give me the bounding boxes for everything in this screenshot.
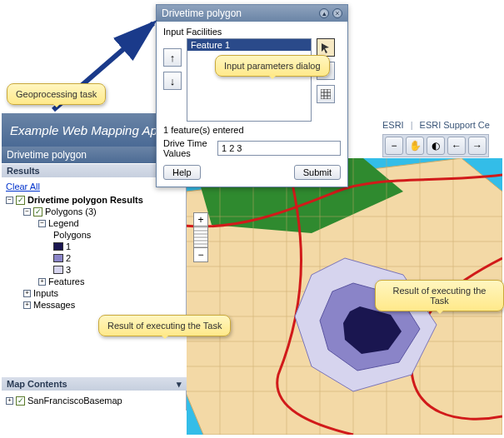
results-root: Drivetime polygon Results (27, 195, 143, 205)
feature-list-item[interactable]: Feature 1 (187, 39, 311, 51)
checkbox-checked-icon[interactable]: ✓ (33, 207, 42, 217)
collapse-icon[interactable]: − (6, 197, 13, 204)
esri-support-link[interactable]: ESRI Support Ce (420, 120, 490, 130)
legend-sub: Polygons (53, 230, 91, 240)
checkbox-checked-icon[interactable]: ✓ (16, 196, 25, 205)
close-icon[interactable]: × (332, 8, 342, 18)
collapse-icon[interactable]: − (23, 208, 31, 216)
zoom-out-button[interactable]: − (194, 248, 207, 261)
callout-result-left: Result of executing the Task (98, 315, 231, 336)
input-facilities-label: Input Facilities (163, 27, 341, 37)
zoom-control: + − (193, 212, 208, 262)
move-up-button[interactable]: ↑ (163, 48, 182, 67)
map-contents-header[interactable]: Map Contents ▾ (2, 376, 187, 391)
feature-listbox[interactable]: Feature 1 (187, 38, 312, 122)
pan-tool-button[interactable]: ✋ (406, 137, 424, 155)
move-down-button[interactable]: ↓ (163, 72, 182, 90)
legend-label-3: 3 (66, 265, 71, 275)
zoom-in-button[interactable]: + (194, 213, 207, 226)
chevron-down-icon: ▾ (177, 379, 182, 390)
expand-icon[interactable]: + (38, 278, 46, 286)
feature-properties-button[interactable] (317, 85, 335, 103)
drive-time-input[interactable] (217, 141, 341, 156)
help-button[interactable]: Help (163, 165, 201, 180)
results-tree: Clear All − ✓ Drivetime polygon Results … (2, 177, 187, 317)
features-node[interactable]: Features (48, 276, 84, 286)
basemap-layer[interactable]: SanFranciscoBasemap (27, 396, 122, 406)
task-dialog: Drivetime polygon ▴ × Input Facilities ↑… (156, 4, 348, 187)
dialog-titlebar[interactable]: Drivetime polygon ▴ × (157, 5, 347, 22)
legend-label-1: 1 (66, 241, 71, 251)
app-title: Example Web Mapping App (10, 123, 164, 137)
checkbox-checked-icon[interactable]: ✓ (16, 396, 25, 406)
features-entered-text: 1 feature(s) entered (163, 125, 341, 135)
messages-node[interactable]: Messages (33, 300, 75, 310)
expand-icon[interactable]: + (23, 290, 31, 297)
legend-swatch-3 (53, 266, 63, 274)
legend-label-2: 2 (66, 253, 71, 263)
svg-rect-4 (321, 89, 331, 99)
dialog-title-text: Drivetime polygon (162, 7, 242, 19)
map-toolbar: − ✋ ◐ ← → (382, 134, 489, 157)
next-extent-button[interactable]: → (468, 137, 487, 155)
expand-icon[interactable]: + (6, 397, 13, 405)
drive-time-label: Drive Time Values (163, 138, 212, 158)
inputs-node[interactable]: Inputs (33, 288, 58, 298)
legend-swatch-1 (53, 242, 63, 251)
expand-icon[interactable]: + (23, 301, 31, 309)
callout-params: Input parameters dialog (215, 55, 330, 77)
clear-all-link[interactable]: Clear All (6, 182, 40, 192)
flag-pointer-icon (320, 42, 332, 53)
submit-button[interactable]: Submit (294, 165, 341, 180)
zoom-slider[interactable] (194, 226, 207, 248)
full-extent-button[interactable]: ◐ (427, 137, 445, 155)
esri-link[interactable]: ESRI (382, 120, 404, 130)
legend-swatch-2 (53, 254, 63, 262)
grid-icon (321, 89, 331, 99)
map-contents-panel: Map Contents ▾ + ✓ SanFranciscoBasemap (2, 376, 187, 411)
prev-extent-button[interactable]: ← (447, 137, 466, 155)
minimize-icon[interactable]: ▴ (319, 8, 329, 18)
top-links: ESRI | ESRI Support Ce (382, 120, 490, 130)
collapse-icon[interactable]: − (38, 220, 46, 227)
polygons-node[interactable]: Polygons (3) (45, 207, 97, 217)
zoom-tool-button[interactable]: − (385, 137, 403, 155)
add-point-tool[interactable] (317, 38, 335, 57)
callout-geoprocessing: Geoprocessing task (7, 83, 106, 105)
legend-node[interactable]: Legend (48, 218, 79, 228)
callout-result-right: Result of executing the Task (375, 280, 504, 311)
